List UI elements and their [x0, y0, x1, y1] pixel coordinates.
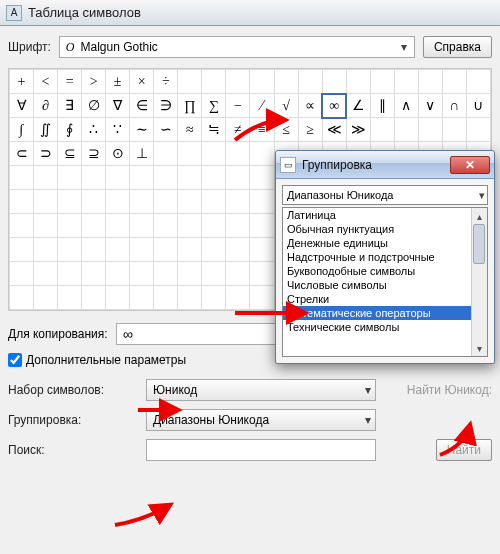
list-item[interactable]: Буквоподобные символы	[283, 264, 471, 278]
grid-cell[interactable]	[82, 286, 106, 310]
grid-cell[interactable]: ∞	[322, 94, 346, 118]
grid-cell[interactable]: ∠	[346, 94, 370, 118]
scroll-down-icon[interactable]: ▾	[471, 340, 487, 356]
grid-cell[interactable]: ∂	[34, 94, 58, 118]
grid-cell[interactable]: ÷	[154, 70, 178, 94]
grid-cell[interactable]: ∇	[106, 94, 130, 118]
grouping-select[interactable]: Диапазоны Юникода ▾	[146, 409, 376, 431]
grid-cell[interactable]	[226, 286, 250, 310]
grid-cell[interactable]: ∃	[58, 94, 82, 118]
grid-cell[interactable]: ≤	[274, 118, 298, 142]
list-item[interactable]: Стрелки	[283, 292, 471, 306]
grid-cell[interactable]	[130, 166, 154, 190]
grid-cell[interactable]	[250, 166, 274, 190]
grid-cell[interactable]	[202, 286, 226, 310]
scroll-up-icon[interactable]: ▴	[471, 208, 487, 224]
grid-cell[interactable]: ≠	[226, 118, 250, 142]
grid-cell[interactable]	[82, 190, 106, 214]
grid-cell[interactable]	[106, 238, 130, 262]
grid-cell[interactable]	[82, 238, 106, 262]
grid-cell[interactable]: ⊙	[106, 142, 130, 166]
grid-cell[interactable]	[226, 238, 250, 262]
grid-cell[interactable]	[346, 70, 370, 94]
list-item[interactable]: Латиница	[283, 208, 471, 222]
grid-cell[interactable]: ∝	[298, 94, 322, 118]
grid-cell[interactable]	[130, 214, 154, 238]
grid-cell[interactable]	[202, 214, 226, 238]
grid-cell[interactable]	[58, 214, 82, 238]
list-item[interactable]: Математические операторы	[283, 306, 471, 320]
grid-cell[interactable]	[442, 118, 466, 142]
grid-cell[interactable]	[394, 70, 418, 94]
grid-cell[interactable]	[106, 166, 130, 190]
grid-cell[interactable]	[202, 190, 226, 214]
grid-cell[interactable]	[250, 238, 274, 262]
scrollbar-thumb[interactable]	[473, 224, 485, 264]
grid-cell[interactable]	[418, 70, 442, 94]
grid-cell[interactable]	[10, 214, 34, 238]
grid-cell[interactable]	[250, 70, 274, 94]
grid-cell[interactable]: ∴	[82, 118, 106, 142]
grid-cell[interactable]: ⊆	[58, 142, 82, 166]
grid-cell[interactable]	[34, 238, 58, 262]
grid-cell[interactable]	[106, 214, 130, 238]
grid-cell[interactable]	[178, 286, 202, 310]
list-item[interactable]: Числовые символы	[283, 278, 471, 292]
grid-cell[interactable]: ⊂	[10, 142, 34, 166]
grid-cell[interactable]	[10, 238, 34, 262]
grid-cell[interactable]: ⊃	[34, 142, 58, 166]
grid-cell[interactable]	[34, 190, 58, 214]
grid-cell[interactable]: ∥	[370, 94, 394, 118]
grid-cell[interactable]	[154, 190, 178, 214]
grid-cell[interactable]	[82, 262, 106, 286]
grid-cell[interactable]	[130, 238, 154, 262]
grid-cell[interactable]: ⊥	[130, 142, 154, 166]
grid-cell[interactable]	[130, 190, 154, 214]
grid-cell[interactable]: −	[226, 94, 250, 118]
grid-cell[interactable]	[250, 286, 274, 310]
grid-cell[interactable]: ×	[130, 70, 154, 94]
grid-cell[interactable]: ∩	[442, 94, 466, 118]
grid-cell[interactable]	[250, 214, 274, 238]
grid-cell[interactable]	[10, 286, 34, 310]
grid-cell[interactable]: ⊇	[82, 142, 106, 166]
grid-cell[interactable]: ∽	[154, 118, 178, 142]
grid-cell[interactable]	[250, 262, 274, 286]
grid-cell[interactable]	[226, 214, 250, 238]
font-select[interactable]: O Malgun Gothic ▾	[59, 36, 415, 58]
grid-cell[interactable]: ≒	[202, 118, 226, 142]
grid-cell[interactable]	[178, 262, 202, 286]
grid-cell[interactable]	[154, 166, 178, 190]
grid-cell[interactable]	[202, 70, 226, 94]
grid-cell[interactable]: ∅	[82, 94, 106, 118]
grid-cell[interactable]	[178, 166, 202, 190]
grid-cell[interactable]	[466, 70, 490, 94]
grid-cell[interactable]: ∕	[250, 94, 274, 118]
grid-cell[interactable]	[58, 166, 82, 190]
grid-cell[interactable]: ∬	[34, 118, 58, 142]
help-button[interactable]: Справка	[423, 36, 492, 58]
grid-cell[interactable]	[154, 214, 178, 238]
grid-cell[interactable]	[106, 286, 130, 310]
grid-cell[interactable]	[178, 70, 202, 94]
grid-cell[interactable]: ∼	[130, 118, 154, 142]
grid-cell[interactable]	[58, 190, 82, 214]
grid-cell[interactable]	[202, 262, 226, 286]
grid-cell[interactable]	[226, 190, 250, 214]
grid-cell[interactable]	[130, 262, 154, 286]
grid-cell[interactable]	[250, 142, 274, 166]
grid-cell[interactable]	[226, 70, 250, 94]
grid-cell[interactable]	[298, 70, 322, 94]
list-item[interactable]: Обычная пунктуация	[283, 222, 471, 236]
grid-cell[interactable]	[394, 118, 418, 142]
grid-cell[interactable]: ∀	[10, 94, 34, 118]
grid-cell[interactable]	[106, 190, 130, 214]
grid-cell[interactable]	[442, 70, 466, 94]
grid-cell[interactable]	[130, 286, 154, 310]
grid-cell[interactable]: ±	[106, 70, 130, 94]
grid-cell[interactable]	[226, 166, 250, 190]
grid-cell[interactable]	[178, 142, 202, 166]
grid-cell[interactable]	[370, 118, 394, 142]
grid-cell[interactable]: =	[58, 70, 82, 94]
grid-cell[interactable]: ∵	[106, 118, 130, 142]
